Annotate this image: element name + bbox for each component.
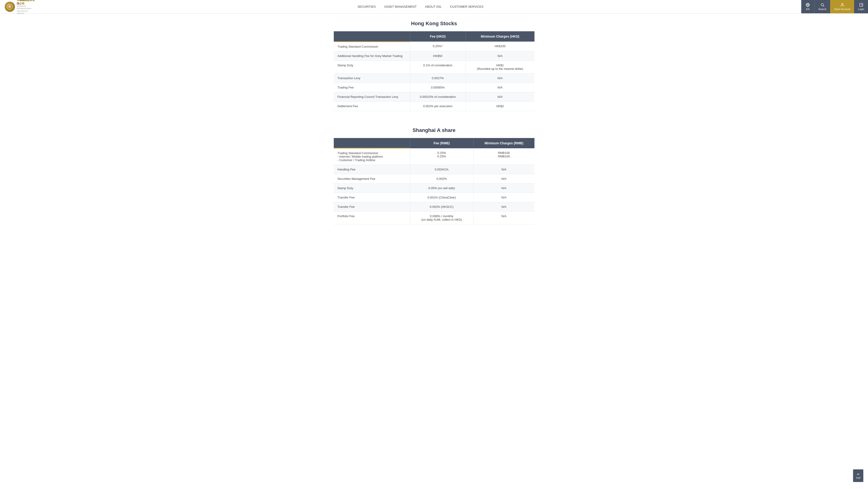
row-name: Securities Management Fee [334,174,410,183]
search-icon [820,3,825,7]
nav-securities[interactable]: SECURITIES [353,0,380,13]
row-name: Additional Handling Fee for Grey Market … [334,51,410,60]
table-row: Transaction Levy0.0027%N/A [334,73,534,83]
row-min-charge: N/A [473,193,534,202]
row-min-charge: N/A [466,92,534,102]
row-min-charge: HK$2 [466,102,534,111]
table-row: Transfer Fee0.002% (HKSCC)N/A [334,202,534,211]
row-fee: 0.002% (HKSCC) [410,202,473,211]
row-name: Stamp Duty [334,60,410,73]
row-fee: 0.001% (ChinaClear) [410,193,473,202]
table-row: Trading Fee0.00565%N/A [334,83,534,92]
row-fee: 0.25%0.25% [410,148,473,165]
row-min-charge: N/A [473,174,534,183]
logo: 帝 帝國國際證券有限公司 IMPERIUM INTERNATIONAL SECU… [5,2,35,12]
hk-col-header-name [334,31,410,41]
table-row: Stamp Duty0.05% (on sell side)N/A [334,183,534,193]
row-fee: 0.00015% of consideration [410,92,466,102]
lang-button[interactable]: EN [801,0,814,13]
table-row: Handling Fee0.00341%N/A [334,165,534,174]
row-min-charge: RMB100RMB100 [473,148,534,165]
nav-about-iisl[interactable]: ABOUT IISL [421,0,446,13]
open-account-label: Open Account [834,8,850,10]
row-fee: 0.00341% [410,165,473,174]
login-button[interactable]: Login [854,0,868,13]
row-fee: 0.00565% [410,83,466,92]
svg-point-5 [821,3,824,6]
row-min-charge: N/A [473,202,534,211]
table-row: Securities Management Fee0.002%N/A [334,174,534,183]
lang-label: EN [806,8,809,10]
shanghai-title: Shanghai A share [334,127,534,133]
shanghai-col-header-name [334,138,410,148]
table-row: Trading Standard Commission0.25%^HK$100 [334,41,534,51]
page-header: 帝 帝國國際證券有限公司 IMPERIUM INTERNATIONAL SECU… [0,0,868,13]
svg-point-7 [842,3,843,5]
hk-table-header-row: Fee (HKD) Minimum Charges (HKD) [334,31,534,41]
svg-text:帝: 帝 [8,5,11,9]
table-row: Portfolio Fee0.008% / monthly(on daily A… [334,211,534,224]
row-name: Financial Reporting Council Transaction … [334,92,410,102]
logo-icon: 帝 [5,2,15,12]
login-icon [859,3,863,7]
globe-icon [806,3,810,7]
table-row: Trading Standard Commission- Internet / … [334,148,534,165]
row-name: Trading Standard Commission- Internet / … [334,148,410,165]
shanghai-table: Fee (RMB) Minimum Charges (RMB) Trading … [334,138,534,225]
row-min-charge: N/A [466,73,534,83]
table-row: Transfer Fee0.001% (ChinaClear)N/A [334,193,534,202]
row-fee: 0.008% / monthly(on daily AUM, collect i… [410,211,473,224]
nav-asset-management[interactable]: ASSET MANAGEMENT [380,0,421,13]
row-fee: 0.1% of consideration [410,60,466,73]
hk-stocks-title: Hong Kong Stocks [334,21,534,27]
row-min-charge: N/A [473,183,534,193]
svg-line-6 [823,6,824,6]
row-min-charge: N/A [466,51,534,60]
spacer-1 [334,120,534,127]
open-account-button[interactable]: Open Account [830,0,854,13]
row-name: Trading Fee [334,83,410,92]
logo-text-english: IMPERIUM INTERNATIONAL SECURITIES LIMITE… [17,5,35,15]
row-name: Stamp Duty [334,183,410,193]
row-name: Portfolio Fee [334,211,410,224]
shanghai-table-header-row: Fee (RMB) Minimum Charges (RMB) [334,138,534,148]
hk-stocks-table: Fee (HKD) Minimum Charges (HKD) Trading … [334,31,534,111]
main-content: Hong Kong Stocks Fee (HKD) Minimum Charg… [329,13,539,243]
row-fee: 0.002% per execution [410,102,466,111]
nav-customer-services[interactable]: CUSTOMER SERVICES [446,0,488,13]
row-fee: HK$50 [410,51,466,60]
row-name: Trading Standard Commission [334,41,410,51]
logo-area: 帝 帝國國際證券有限公司 IMPERIUM INTERNATIONAL SECU… [0,0,40,13]
row-min-charge: N/A [473,165,534,174]
row-name: Transfer Fee [334,193,410,202]
open-account-icon [840,3,844,7]
main-nav: SECURITIES ASSET MANAGEMENT ABOUT IISL C… [353,0,488,13]
row-fee: 0.002% [410,174,473,183]
row-fee: 0.05% (on sell side) [410,183,473,193]
row-name: Transaction Levy [334,73,410,83]
shanghai-col-header-min: Minimum Charges (RMB) [473,138,534,148]
search-label: Search [818,8,827,10]
table-row: Settlement Fee0.002% per executionHK$2 [334,102,534,111]
login-label: Login [858,8,864,10]
hk-col-header-min: Minimum Charges (HKD) [466,31,534,41]
row-min-charge: HK$100 [466,41,534,51]
row-min-charge: N/A [466,83,534,92]
table-row: Additional Handling Fee for Grey Market … [334,51,534,60]
table-row: Financial Reporting Council Transaction … [334,92,534,102]
table-row: Stamp Duty0.1% of considerationHK$1(Roun… [334,60,534,73]
row-min-charge: N/A [473,211,534,224]
logo-text-chinese: 帝國國際證券有限公司 [17,0,35,5]
shanghai-col-header-fee: Fee (RMB) [410,138,473,148]
row-name: Settlement Fee [334,102,410,111]
row-fee: 0.25%^ [410,41,466,51]
row-fee: 0.0027% [410,73,466,83]
search-button[interactable]: Search [814,0,830,13]
row-name: Handling Fee [334,165,410,174]
hk-col-header-fee: Fee (HKD) [410,31,466,41]
row-min-charge: HK$1(Rounded up to the nearest dollar) [466,60,534,73]
header-actions: EN Search Open Account Login [801,0,868,13]
row-name: Transfer Fee [334,202,410,211]
